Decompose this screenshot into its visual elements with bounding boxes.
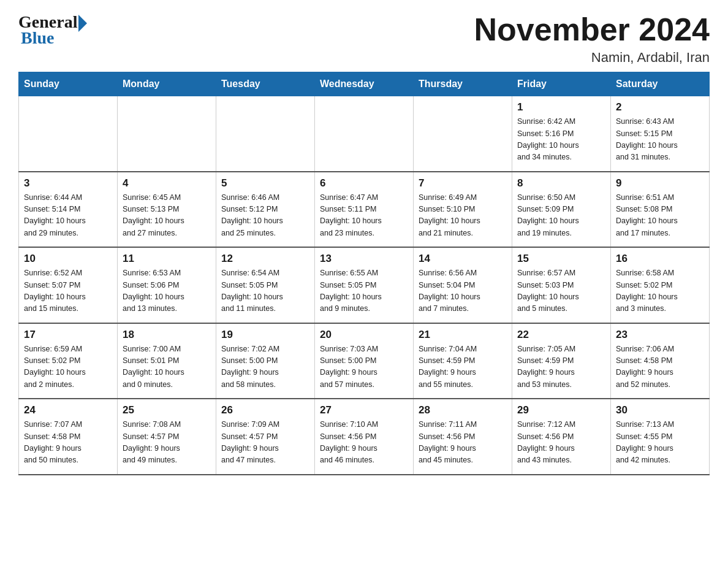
- day-number: 16: [616, 253, 704, 265]
- calendar-cell: 14Sunrise: 6:56 AM Sunset: 5:04 PM Dayli…: [414, 247, 512, 323]
- week-row-2: 10Sunrise: 6:52 AM Sunset: 5:07 PM Dayli…: [19, 247, 710, 323]
- header-day-tuesday: Tuesday: [216, 72, 315, 96]
- title-block: November 2024 Namin, Ardabil, Iran: [474, 12, 710, 66]
- day-info: Sunrise: 6:46 AM Sunset: 5:12 PM Dayligh…: [221, 192, 309, 240]
- calendar-cell: 12Sunrise: 6:54 AM Sunset: 5:05 PM Dayli…: [216, 247, 315, 323]
- day-number: 27: [320, 404, 408, 416]
- week-row-4: 24Sunrise: 7:07 AM Sunset: 4:58 PM Dayli…: [19, 399, 710, 475]
- day-info: Sunrise: 7:08 AM Sunset: 4:57 PM Dayligh…: [123, 419, 211, 467]
- calendar-cell: 19Sunrise: 7:02 AM Sunset: 5:00 PM Dayli…: [216, 323, 315, 399]
- day-number: 9: [616, 177, 704, 190]
- day-info: Sunrise: 7:13 AM Sunset: 4:55 PM Dayligh…: [616, 419, 704, 467]
- calendar-cell: [19, 96, 118, 172]
- calendar-cell: 15Sunrise: 6:57 AM Sunset: 5:03 PM Dayli…: [512, 247, 611, 323]
- calendar-cell: 24Sunrise: 7:07 AM Sunset: 4:58 PM Dayli…: [19, 399, 118, 475]
- calendar-cell: [216, 96, 315, 172]
- day-info: Sunrise: 7:12 AM Sunset: 4:56 PM Dayligh…: [517, 419, 605, 467]
- day-number: 10: [24, 253, 112, 265]
- day-number: 13: [320, 253, 408, 265]
- day-number: 19: [221, 329, 309, 341]
- header-day-wednesday: Wednesday: [315, 72, 414, 96]
- day-info: Sunrise: 6:53 AM Sunset: 5:06 PM Dayligh…: [123, 267, 211, 315]
- day-info: Sunrise: 6:56 AM Sunset: 5:04 PM Dayligh…: [419, 267, 507, 315]
- day-number: 5: [221, 177, 309, 190]
- calendar-cell: 17Sunrise: 6:59 AM Sunset: 5:02 PM Dayli…: [19, 323, 118, 399]
- day-number: 26: [221, 404, 309, 416]
- calendar-cell: 11Sunrise: 6:53 AM Sunset: 5:06 PM Dayli…: [118, 247, 216, 323]
- calendar-cell: 20Sunrise: 7:03 AM Sunset: 5:00 PM Dayli…: [315, 323, 414, 399]
- day-info: Sunrise: 7:00 AM Sunset: 5:01 PM Dayligh…: [123, 343, 211, 391]
- day-number: 15: [517, 253, 605, 265]
- calendar-cell: 22Sunrise: 7:05 AM Sunset: 4:59 PM Dayli…: [512, 323, 611, 399]
- day-number: 11: [123, 253, 211, 265]
- day-info: Sunrise: 6:43 AM Sunset: 5:15 PM Dayligh…: [616, 116, 704, 164]
- day-number: 6: [320, 177, 408, 190]
- calendar-cell: 25Sunrise: 7:08 AM Sunset: 4:57 PM Dayli…: [118, 399, 216, 475]
- day-info: Sunrise: 6:52 AM Sunset: 5:07 PM Dayligh…: [24, 267, 112, 315]
- calendar-cell: 21Sunrise: 7:04 AM Sunset: 4:59 PM Dayli…: [414, 323, 512, 399]
- calendar-cell: [118, 96, 216, 172]
- calendar-cell: 30Sunrise: 7:13 AM Sunset: 4:55 PM Dayli…: [611, 399, 710, 475]
- day-number: 22: [517, 329, 605, 341]
- calendar-body: 1Sunrise: 6:42 AM Sunset: 5:16 PM Daylig…: [19, 96, 710, 475]
- day-info: Sunrise: 6:49 AM Sunset: 5:10 PM Dayligh…: [419, 192, 507, 240]
- page-header: General Blue November 2024 Namin, Ardabi…: [18, 12, 710, 66]
- calendar-cell: [315, 96, 414, 172]
- calendar-cell: 29Sunrise: 7:12 AM Sunset: 4:56 PM Dayli…: [512, 399, 611, 475]
- day-info: Sunrise: 7:06 AM Sunset: 4:58 PM Dayligh…: [616, 343, 704, 391]
- calendar-cell: 7Sunrise: 6:49 AM Sunset: 5:10 PM Daylig…: [414, 172, 512, 248]
- day-info: Sunrise: 6:50 AM Sunset: 5:09 PM Dayligh…: [517, 192, 605, 240]
- day-info: Sunrise: 6:51 AM Sunset: 5:08 PM Dayligh…: [616, 192, 704, 240]
- day-info: Sunrise: 7:05 AM Sunset: 4:59 PM Dayligh…: [517, 343, 605, 391]
- day-info: Sunrise: 6:45 AM Sunset: 5:13 PM Dayligh…: [123, 192, 211, 240]
- day-info: Sunrise: 6:58 AM Sunset: 5:02 PM Dayligh…: [616, 267, 704, 315]
- day-number: 24: [24, 404, 112, 416]
- day-info: Sunrise: 7:07 AM Sunset: 4:58 PM Dayligh…: [24, 419, 112, 467]
- day-number: 23: [616, 329, 704, 341]
- calendar-header: SundayMondayTuesdayWednesdayThursdayFrid…: [19, 72, 710, 96]
- day-info: Sunrise: 6:55 AM Sunset: 5:05 PM Dayligh…: [320, 267, 408, 315]
- calendar-cell: 16Sunrise: 6:58 AM Sunset: 5:02 PM Dayli…: [611, 247, 710, 323]
- day-info: Sunrise: 7:02 AM Sunset: 5:00 PM Dayligh…: [221, 343, 309, 391]
- day-info: Sunrise: 6:57 AM Sunset: 5:03 PM Dayligh…: [517, 267, 605, 315]
- logo-blue-text: Blue: [18, 28, 54, 48]
- day-info: Sunrise: 7:04 AM Sunset: 4:59 PM Dayligh…: [419, 343, 507, 391]
- calendar-cell: 27Sunrise: 7:10 AM Sunset: 4:56 PM Dayli…: [315, 399, 414, 475]
- header-day-thursday: Thursday: [414, 72, 512, 96]
- day-number: 25: [123, 404, 211, 416]
- calendar-cell: 3Sunrise: 6:44 AM Sunset: 5:14 PM Daylig…: [19, 172, 118, 248]
- day-number: 7: [419, 177, 507, 190]
- calendar-cell: 28Sunrise: 7:11 AM Sunset: 4:56 PM Dayli…: [414, 399, 512, 475]
- day-info: Sunrise: 6:47 AM Sunset: 5:11 PM Dayligh…: [320, 192, 408, 240]
- day-info: Sunrise: 7:09 AM Sunset: 4:57 PM Dayligh…: [221, 419, 309, 467]
- day-number: 29: [517, 404, 605, 416]
- day-number: 3: [24, 177, 112, 190]
- calendar-cell: 1Sunrise: 6:42 AM Sunset: 5:16 PM Daylig…: [512, 96, 611, 172]
- calendar-cell: 8Sunrise: 6:50 AM Sunset: 5:09 PM Daylig…: [512, 172, 611, 248]
- day-info: Sunrise: 7:03 AM Sunset: 5:00 PM Dayligh…: [320, 343, 408, 391]
- day-number: 28: [419, 404, 507, 416]
- day-number: 14: [419, 253, 507, 265]
- calendar-cell: 18Sunrise: 7:00 AM Sunset: 5:01 PM Dayli…: [118, 323, 216, 399]
- day-number: 8: [517, 177, 605, 190]
- day-number: 4: [123, 177, 211, 190]
- week-row-0: 1Sunrise: 6:42 AM Sunset: 5:16 PM Daylig…: [19, 96, 710, 172]
- day-info: Sunrise: 7:10 AM Sunset: 4:56 PM Dayligh…: [320, 419, 408, 467]
- day-info: Sunrise: 6:59 AM Sunset: 5:02 PM Dayligh…: [24, 343, 112, 391]
- month-title: November 2024: [474, 12, 710, 47]
- calendar-cell: 10Sunrise: 6:52 AM Sunset: 5:07 PM Dayli…: [19, 247, 118, 323]
- day-info: Sunrise: 6:44 AM Sunset: 5:14 PM Dayligh…: [24, 192, 112, 240]
- header-day-sunday: Sunday: [19, 72, 118, 96]
- header-day-monday: Monday: [118, 72, 216, 96]
- day-number: 20: [320, 329, 408, 341]
- logo: General Blue: [18, 12, 87, 48]
- logo-arrow-icon: [78, 15, 87, 32]
- calendar-cell: 23Sunrise: 7:06 AM Sunset: 4:58 PM Dayli…: [611, 323, 710, 399]
- day-info: Sunrise: 6:54 AM Sunset: 5:05 PM Dayligh…: [221, 267, 309, 315]
- header-row: SundayMondayTuesdayWednesdayThursdayFrid…: [19, 72, 710, 96]
- location-subtitle: Namin, Ardabil, Iran: [474, 50, 710, 66]
- header-day-saturday: Saturday: [611, 72, 710, 96]
- day-number: 21: [419, 329, 507, 341]
- day-number: 1: [517, 101, 605, 113]
- header-day-friday: Friday: [512, 72, 611, 96]
